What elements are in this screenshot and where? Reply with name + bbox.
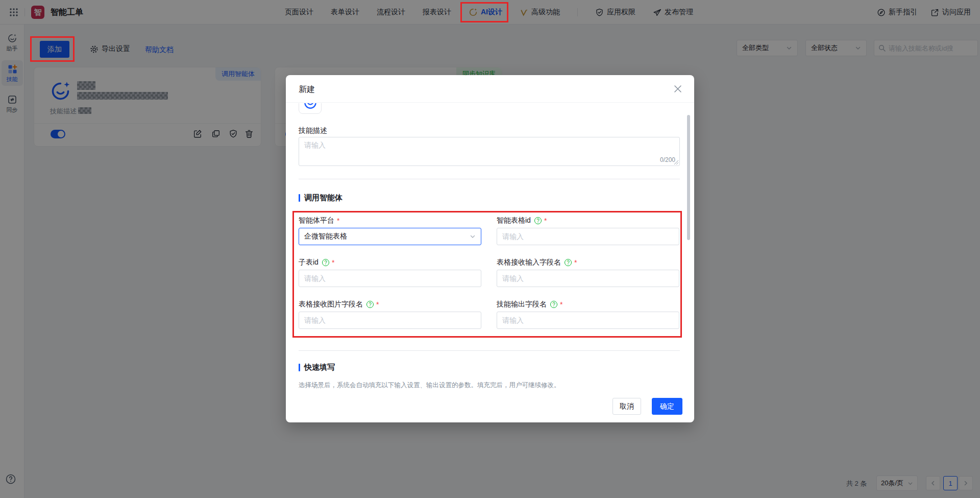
field-label-smart-table-id: 智能表格id?*: [497, 216, 547, 225]
confirm-button[interactable]: 确定: [652, 398, 682, 415]
modal-header: 新建: [286, 75, 694, 103]
field-label-agent-platform: 智能体平台*: [299, 216, 339, 225]
desc-textarea-wrap: 0/200: [299, 137, 680, 166]
help-circle-icon: ?: [550, 301, 557, 308]
desc-field-label: 技能描述: [299, 126, 327, 135]
input-field-name-input-wrap: [497, 270, 679, 287]
help-circle-icon: ?: [366, 301, 374, 308]
image-field-name-input[interactable]: [299, 312, 481, 328]
desc-textarea[interactable]: [299, 137, 679, 165]
input-field-name-input[interactable]: [497, 270, 679, 287]
subtable-id-input-wrap: [299, 270, 481, 287]
smart-table-id-input[interactable]: [497, 228, 679, 245]
resize-handle-icon[interactable]: [674, 160, 678, 164]
chevron-down-icon: [470, 233, 476, 240]
modal-scrollbar-thumb[interactable]: [687, 115, 690, 240]
field-label-image-field-name: 表格接收图片字段名?*: [299, 300, 379, 309]
close-icon[interactable]: [673, 84, 683, 94]
modal-title: 新建: [299, 84, 315, 95]
image-field-name-input-wrap: [299, 312, 481, 329]
output-field-name-input[interactable]: [497, 312, 679, 328]
quickfill-description: 选择场景后，系统会自动填充以下输入设置、输出设置的参数。填充完后，用户可继续修改…: [299, 381, 560, 390]
help-circle-icon: ?: [565, 259, 572, 266]
skill-avatar-icon[interactable]: [299, 103, 322, 114]
cancel-button[interactable]: 取消: [612, 398, 641, 415]
section-title-agent: 调用智能体: [299, 193, 342, 203]
output-field-name-input-wrap: [497, 312, 679, 329]
subtable-id-input[interactable]: [299, 270, 481, 287]
help-circle-icon: ?: [322, 259, 329, 266]
field-label-output-field-name: 技能输出字段名?*: [497, 300, 562, 309]
section-divider: [299, 350, 680, 351]
field-label-subtable-id: 子表id?*: [299, 258, 334, 267]
new-skill-modal: 新建 技能描述 0/200 调用智能体 智能体: [286, 75, 694, 422]
smart-table-id-input-wrap: [497, 228, 679, 245]
field-label-input-field-name: 表格接收输入字段名?*: [497, 258, 577, 267]
help-circle-icon: ?: [534, 217, 542, 224]
section-title-quickfill: 快速填写: [299, 363, 335, 372]
agent-platform-select[interactable]: 企微智能表格: [299, 228, 481, 245]
char-counter: 0/200: [660, 156, 675, 163]
app-root: 智 智能工单 页面设计 表单设计 流程设计 报表设计 AI设计: [0, 0, 980, 498]
skill-avatar-clipped: [299, 103, 322, 114]
section-divider: [299, 179, 680, 179]
